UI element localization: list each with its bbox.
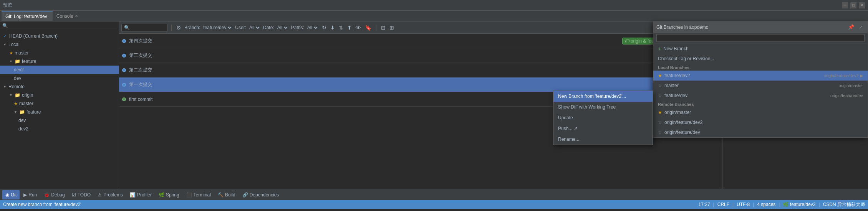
branch-filter-select[interactable]: feature/dev [202, 25, 233, 31]
tab-git[interactable]: Git: Log: feature/dev [2, 11, 53, 21]
tree-section-local[interactable]: ▼ Local [0, 40, 119, 49]
todo-label: TODO [78, 192, 91, 198]
branches-search-input[interactable] [656, 34, 865, 42]
branch-name-origin-master: origin/master [664, 110, 863, 115]
tree-remote-dev[interactable]: dev [0, 116, 119, 125]
tab-console-close[interactable]: ✕ [75, 14, 78, 18]
status-branch: 🌿 feature/dev2 [783, 202, 815, 207]
status-message: Create new branch from 'feature/dev2' [3, 202, 81, 207]
star-icon-origin-master: ★ [658, 110, 662, 115]
checkout-tag-label: Checkout Tag or Revision... [658, 56, 714, 61]
origin-arrow-icon: ▼ [9, 93, 13, 97]
collapse-all-icon[interactable]: ⊟ [380, 24, 386, 31]
log-filter-paths: Paths: All [291, 25, 319, 31]
branch-list-item-master[interactable]: ☆ master origin/master [653, 81, 868, 91]
tree-dev2-label: dev2 [14, 67, 24, 73]
todo-button[interactable]: ☑ TODO [69, 190, 94, 199]
git-button[interactable]: ◉ Git [2, 190, 20, 199]
push-icon[interactable]: ⬆ [346, 24, 353, 31]
branch-list-item-feature-dev[interactable]: ☆ feature/dev origin/feature/dev [653, 91, 868, 101]
settings-icon[interactable]: ⚙ [176, 24, 182, 31]
debug-icon: 🐞 [44, 192, 50, 198]
branches-pin-icon[interactable]: 📌 [846, 23, 856, 31]
eye-icon[interactable]: 👁 [355, 24, 362, 31]
minimize-button[interactable]: ─ [842, 2, 848, 8]
tree-remote-feature[interactable]: ▼ 📁 feature [0, 108, 119, 116]
new-branch-action[interactable]: + New Branch [653, 44, 868, 54]
status-line-ending[interactable]: CRLF [717, 202, 729, 207]
terminal-button[interactable]: ⬛ Terminal [183, 190, 214, 199]
tree-dev2[interactable]: dev2 ↑ [0, 66, 119, 74]
left-search-bar: 🔍 [0, 21, 119, 30]
left-search-input[interactable] [10, 23, 116, 28]
commit-subject: 第三次提交 [129, 52, 673, 59]
toolbar-sep-2 [376, 25, 376, 31]
commit-row[interactable]: 第二次提交 28 minutes ago [119, 63, 722, 77]
tree-dev-local-label: dev [14, 76, 21, 81]
branch-filter-label: Branch: [184, 25, 200, 30]
tree-head[interactable]: ✓ HEAD (Current Branch) [0, 32, 119, 40]
bookmark-icon[interactable]: 🔖 [364, 24, 372, 31]
fetch-icon[interactable]: ⬇ [330, 24, 336, 31]
tree-remote-dev2[interactable]: dev2 [0, 125, 119, 133]
commit-row[interactable]: 第四次提交 🏷 origin & feature/dev 27 minutes … [119, 34, 722, 48]
date-filter-select[interactable]: All [276, 25, 289, 31]
run-button[interactable]: ▶ Run [20, 190, 40, 199]
ctx-push[interactable]: Push... ↗ [553, 123, 653, 134]
tab-console-label: Console [56, 13, 73, 19]
status-indent[interactable]: 4 spaces [757, 202, 775, 207]
branch-list-item-origin-feature-dev2[interactable]: ☆ origin/feature/dev2 [653, 117, 868, 127]
spring-button[interactable]: 🌿 Spring [156, 190, 182, 199]
build-button[interactable]: 🔨 Build [215, 190, 239, 199]
commit-dot [122, 83, 126, 87]
ctx-update[interactable]: Update [553, 112, 653, 123]
user-filter-select[interactable]: All [248, 25, 261, 31]
ctx-show-diff[interactable]: Show Diff with Working Tree [553, 102, 653, 112]
log-search-box: 🔍 [121, 24, 167, 31]
profiler-icon: 📊 [130, 192, 136, 198]
branch-list-item-feature-dev2[interactable]: ★ feature/dev2 origin/feature/dev2 ▶ [653, 71, 868, 81]
pull-icon[interactable]: ⇅ [338, 24, 344, 31]
commit-subject: 第二次提交 [129, 67, 673, 73]
ctx-new-branch[interactable]: New Branch from 'feature/dev2'... [553, 91, 653, 102]
checkout-tag-action[interactable]: Checkout Tag or Revision... [653, 54, 868, 64]
log-search-icon: 🔍 [124, 25, 130, 30]
remote-feature-arrow: ▼ [14, 110, 18, 114]
branch-name-feature-dev: feature/dev [664, 93, 828, 98]
tree-dev-local[interactable]: dev [0, 74, 119, 82]
paths-filter-select[interactable]: All [306, 25, 319, 31]
log-filter-branch: Branch: feature/dev [184, 25, 233, 31]
commit-row[interactable]: 第三次提交 27 minutes ago [119, 48, 722, 63]
tree-origin[interactable]: ▼ 📁 origin [0, 91, 119, 99]
title-bar-title: 预览 [3, 2, 12, 8]
expand-all-icon[interactable]: ⊞ [389, 24, 395, 31]
close-button[interactable]: ✕ [859, 2, 865, 8]
branch-list-item-origin-feature-dev[interactable]: ☆ origin/feature/dev [653, 127, 868, 137]
maximize-button[interactable]: □ [850, 2, 856, 8]
commit-row-selected[interactable]: 第一次提交 28 minutes ago [119, 77, 722, 92]
tree-feature[interactable]: ▼ 📁 feature [0, 57, 119, 66]
tab-console[interactable]: Console ✕ [53, 11, 82, 21]
branch-name-master: master [664, 83, 836, 88]
tag-icon: 🏷 [625, 38, 629, 44]
problems-label: Problems [103, 192, 123, 198]
paths-filter-label: Paths: [291, 25, 304, 30]
log-search-input[interactable] [131, 25, 166, 30]
tree-master[interactable]: ★ master [0, 49, 119, 57]
tree-remote-dev2-label: dev2 [18, 126, 28, 132]
refresh-icon[interactable]: ↻ [321, 24, 327, 31]
dependencies-button[interactable]: 🔗 Dependencies [239, 190, 282, 199]
profiler-button[interactable]: 📊 Profiler [127, 190, 155, 199]
date-filter-label: Date: [263, 25, 274, 30]
debug-button[interactable]: 🐞 Debug [41, 190, 68, 199]
problems-button[interactable]: ⚠ Problems [94, 190, 126, 199]
tree-remote-master[interactable]: ★ master [0, 99, 119, 108]
branch-list-item-origin-master[interactable]: ★ origin/master [653, 107, 868, 117]
tree-section-remote[interactable]: ▼ Remote [0, 82, 119, 91]
log-filter-user: User: All [235, 25, 261, 31]
status-encoding[interactable]: UTF-8 [737, 202, 750, 207]
branches-external-icon[interactable]: ↗ [857, 23, 865, 31]
run-icon: ▶ [23, 192, 27, 198]
branch-remote-master: origin/master [838, 83, 863, 88]
ctx-rename[interactable]: Rename... [553, 134, 653, 145]
